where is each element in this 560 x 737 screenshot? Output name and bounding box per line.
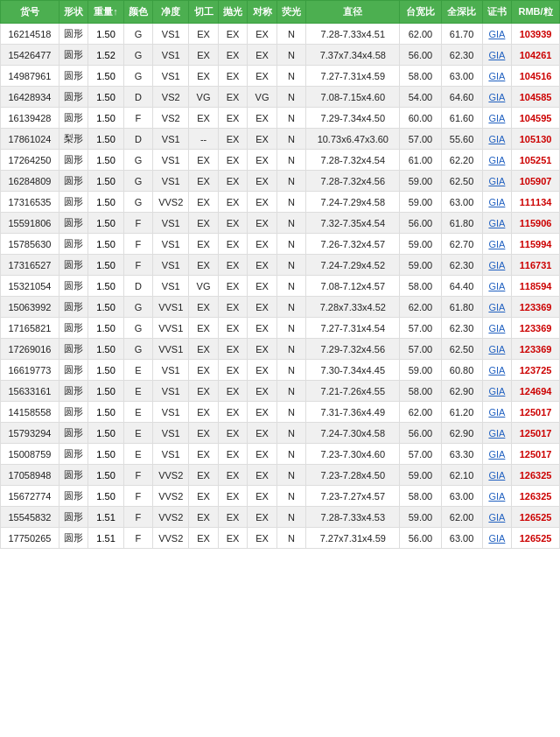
cell-table-ratio: 60.00: [400, 108, 441, 129]
cell-price: 126525: [512, 528, 560, 549]
table-row: 15633161圆形1.50EVS1EXEXEXN7.21-7.26x4.555…: [1, 381, 560, 402]
table-row: 15426477圆形1.52GVS1EXEXEXN7.37x7.34x4.585…: [1, 45, 560, 66]
col-header-symmetry[interactable]: 对称: [248, 1, 276, 24]
cell-cert[interactable]: GIA: [482, 276, 511, 297]
cell-polish: EX: [218, 234, 247, 255]
cell-color: G: [123, 66, 152, 87]
cell-price: 126325: [512, 465, 560, 486]
cell-cert[interactable]: GIA: [482, 108, 511, 129]
cell-cut: VG: [189, 87, 218, 108]
col-header-color[interactable]: 颜色: [123, 1, 152, 24]
cell-cert[interactable]: GIA: [482, 66, 511, 87]
cell-symmetry: EX: [248, 318, 276, 339]
cell-cert[interactable]: GIA: [482, 24, 511, 45]
cell-table-ratio: 62.00: [400, 402, 441, 423]
col-header-diameter[interactable]: 直径: [306, 1, 400, 24]
cell-cert[interactable]: GIA: [482, 297, 511, 318]
cell-cut: EX: [189, 297, 218, 318]
cell-fluorescence: N: [276, 213, 305, 234]
cell-price: 125017: [512, 423, 560, 444]
cell-cert[interactable]: GIA: [482, 486, 511, 507]
cell-weight: 1.50: [88, 192, 123, 213]
cell-symmetry: EX: [248, 66, 276, 87]
col-header-total-depth[interactable]: 全深比: [441, 1, 482, 24]
cell-symmetry: EX: [248, 486, 276, 507]
col-header-weight[interactable]: 重量↑: [88, 1, 123, 24]
cell-color: F: [123, 108, 152, 129]
cell-clarity: VS2: [153, 87, 189, 108]
cell-table-ratio: 58.00: [400, 66, 441, 87]
table-row: 15008759圆形1.50EVS1EXEXEXN7.23-7.30x4.605…: [1, 444, 560, 465]
col-header-shape[interactable]: 形状: [59, 1, 88, 24]
cell-cert[interactable]: GIA: [482, 318, 511, 339]
cell-id: 16619773: [1, 360, 60, 381]
cell-id: 17264250: [1, 150, 60, 171]
cell-shape: 圆形: [59, 66, 88, 87]
cell-id: 15426477: [1, 45, 60, 66]
cell-cert[interactable]: GIA: [482, 402, 511, 423]
cell-cert[interactable]: GIA: [482, 444, 511, 465]
cell-color: E: [123, 360, 152, 381]
cell-cert[interactable]: GIA: [482, 129, 511, 150]
cell-color: F: [123, 528, 152, 549]
cell-cert[interactable]: GIA: [482, 465, 511, 486]
col-header-cert[interactable]: 证书: [482, 1, 511, 24]
col-header-polish[interactable]: 抛光: [218, 1, 247, 24]
cell-shape: 圆形: [59, 171, 88, 192]
cell-fluorescence: N: [276, 507, 305, 528]
cell-cert[interactable]: GIA: [482, 255, 511, 276]
cell-cert[interactable]: GIA: [482, 171, 511, 192]
cell-cert[interactable]: GIA: [482, 423, 511, 444]
cell-cert[interactable]: GIA: [482, 381, 511, 402]
cell-cert[interactable]: GIA: [482, 360, 511, 381]
table-row: 14158558圆形1.50EVS1EXEXEXN7.31-7.36x4.496…: [1, 402, 560, 423]
cell-cert[interactable]: GIA: [482, 213, 511, 234]
cell-total-depth: 62.70: [441, 234, 482, 255]
cell-total-depth: 61.60: [441, 108, 482, 129]
cell-fluorescence: N: [276, 108, 305, 129]
cell-price: 104595: [512, 108, 560, 129]
cell-color: G: [123, 45, 152, 66]
cell-polish: EX: [218, 171, 247, 192]
col-header-fluorescence[interactable]: 荧光: [276, 1, 305, 24]
table-row: 17750265圆形1.51FVVS2EXEXEXN7.27x7.31x4.59…: [1, 528, 560, 549]
cell-shape: 圆形: [59, 276, 88, 297]
cell-fluorescence: N: [276, 402, 305, 423]
cell-total-depth: 62.90: [441, 423, 482, 444]
col-header-cut[interactable]: 切工: [189, 1, 218, 24]
cell-clarity: VVS2: [153, 486, 189, 507]
cell-diameter: 7.28-7.32x4.56: [306, 171, 400, 192]
cell-cert[interactable]: GIA: [482, 87, 511, 108]
col-header-id[interactable]: 货号: [1, 1, 60, 24]
col-header-table-ratio[interactable]: 台宽比: [400, 1, 441, 24]
col-header-price[interactable]: RMB/粒: [512, 1, 560, 24]
cell-diameter: 7.23-7.28x4.50: [306, 465, 400, 486]
cell-price: 104516: [512, 66, 560, 87]
cell-color: F: [123, 234, 152, 255]
cell-weight: 1.50: [88, 108, 123, 129]
cell-symmetry: EX: [248, 297, 276, 318]
cell-id: 15321054: [1, 276, 60, 297]
cell-cut: EX: [189, 444, 218, 465]
col-header-clarity[interactable]: 净度: [153, 1, 189, 24]
cell-cert[interactable]: GIA: [482, 192, 511, 213]
cell-color: F: [123, 213, 152, 234]
cell-total-depth: 55.60: [441, 129, 482, 150]
cell-cert[interactable]: GIA: [482, 45, 511, 66]
cell-cert[interactable]: GIA: [482, 507, 511, 528]
cell-cert[interactable]: GIA: [482, 339, 511, 360]
cell-weight: 1.50: [88, 423, 123, 444]
cell-fluorescence: N: [276, 150, 305, 171]
table-row: 17861024梨形1.50DVS1--EXEXN10.73x6.47x3.60…: [1, 129, 560, 150]
cell-symmetry: EX: [248, 192, 276, 213]
cell-cert[interactable]: GIA: [482, 234, 511, 255]
cell-symmetry: EX: [248, 108, 276, 129]
cell-cert[interactable]: GIA: [482, 528, 511, 549]
cell-symmetry: EX: [248, 171, 276, 192]
cell-shape: 圆形: [59, 87, 88, 108]
cell-cert[interactable]: GIA: [482, 150, 511, 171]
cell-total-depth: 63.00: [441, 192, 482, 213]
cell-polish: EX: [218, 129, 247, 150]
cell-fluorescence: N: [276, 297, 305, 318]
cell-polish: EX: [218, 297, 247, 318]
